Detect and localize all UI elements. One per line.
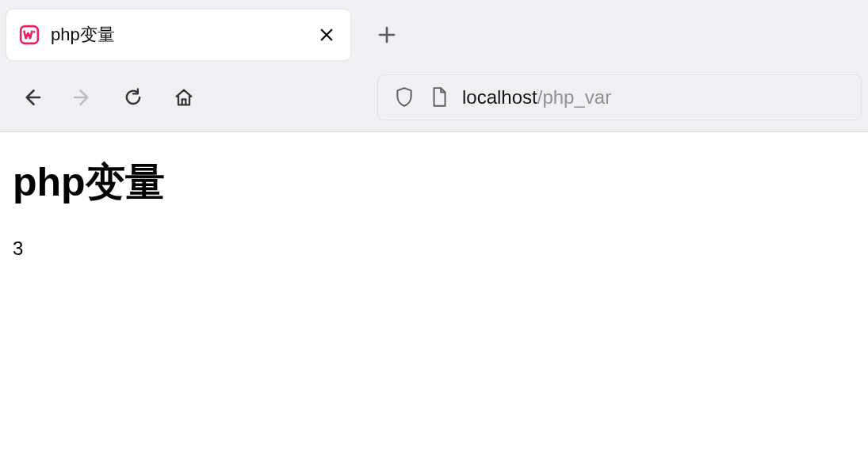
page-body-text: 3 xyxy=(13,238,855,260)
url-display[interactable]: localhost/php_var xyxy=(462,86,611,108)
browser-chrome: php变量 xyxy=(0,0,868,132)
svg-point-1 xyxy=(33,31,36,33)
tab-title: php变量 xyxy=(51,23,304,47)
forward-button[interactable] xyxy=(60,75,105,120)
new-tab-button[interactable] xyxy=(366,14,407,55)
page-icon[interactable] xyxy=(427,86,451,109)
reload-button[interactable] xyxy=(111,75,155,120)
page-content: php变量 3 xyxy=(0,132,868,283)
wamp-icon xyxy=(19,25,40,45)
tab-strip: php变量 xyxy=(0,0,868,63)
home-button[interactable] xyxy=(162,75,206,120)
address-bar[interactable]: localhost/php_var xyxy=(377,74,862,120)
url-path: /php_var xyxy=(537,86,611,108)
close-icon[interactable] xyxy=(315,24,338,46)
toolbar: localhost/php_var xyxy=(0,63,868,131)
back-button[interactable] xyxy=(10,75,54,120)
shield-icon[interactable] xyxy=(392,86,416,109)
page-heading: php变量 xyxy=(13,156,855,209)
browser-tab[interactable]: php变量 xyxy=(6,10,350,60)
url-host: localhost xyxy=(462,86,537,108)
